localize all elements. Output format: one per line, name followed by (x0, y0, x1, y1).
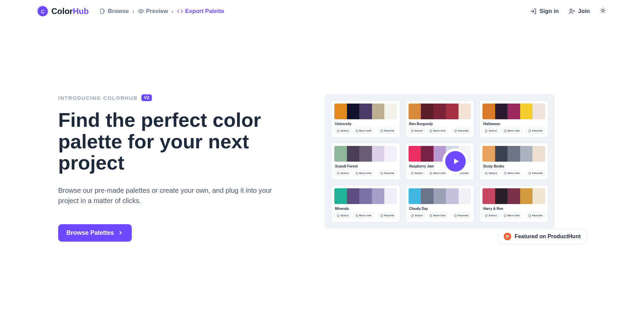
swatch (532, 188, 545, 204)
swatch (372, 188, 385, 204)
producthunt-badge[interactable]: P Featured on ProductHunt (498, 229, 587, 244)
select-button[interactable]: Select (334, 128, 351, 134)
svg-point-23 (529, 130, 531, 132)
palette-card: UniversitySelectMore InfoFavorite (332, 101, 400, 137)
favorite-button[interactable]: Favorite (526, 213, 545, 218)
svg-point-27 (411, 172, 413, 174)
swatch (347, 188, 360, 204)
select-button[interactable]: Select (482, 170, 499, 176)
svg-point-39 (485, 215, 487, 217)
palette-name: Dusty Books (483, 164, 544, 168)
sun-icon (600, 7, 606, 14)
palette-actions: SelectMore InfoFavorite (334, 128, 397, 134)
svg-point-32 (529, 172, 531, 174)
more-info-button[interactable]: More Info (353, 128, 374, 134)
palette-card: Dusty BooksSelectMore InfoFavorite (480, 143, 548, 179)
hero-copy: INTRODUCING COLORHUB V2 Find the perfect… (58, 94, 305, 242)
more-info-button[interactable]: More Info (501, 128, 522, 134)
nav-preview[interactable]: Preview (138, 8, 168, 15)
swatches (482, 104, 545, 119)
favorite-button[interactable]: Favorite (378, 128, 397, 134)
more-info-button[interactable]: More Info (427, 170, 448, 176)
svg-point-40 (504, 215, 506, 217)
swatch (507, 104, 520, 119)
svg-point-37 (430, 215, 432, 217)
signin-link[interactable]: Sign in (530, 8, 559, 15)
svg-point-17 (381, 130, 383, 132)
swatch (334, 188, 347, 204)
more-info-button[interactable]: More Info (501, 213, 522, 218)
chevron-right-icon (117, 230, 124, 236)
swatch (372, 146, 385, 162)
more-info-button[interactable]: More Info (353, 213, 374, 218)
svg-point-34 (356, 215, 358, 217)
logo[interactable]: C ColorHub (38, 6, 89, 16)
svg-marker-42 (454, 159, 459, 164)
select-button[interactable]: Select (334, 170, 351, 176)
palette-name: University (335, 122, 396, 126)
swatches (334, 104, 397, 119)
more-info-button[interactable]: More Info (427, 213, 448, 218)
palette-actions: SelectMore InfoFavorite (482, 213, 545, 218)
palette-name: Minerals (335, 207, 396, 211)
swatch (459, 188, 471, 204)
swatch (334, 146, 347, 162)
swatch (421, 146, 434, 162)
nav-browse[interactable]: Browse (100, 8, 129, 15)
palette-name: Harry & Ron (483, 207, 544, 211)
more-info-button[interactable]: More Info (427, 128, 448, 134)
favorite-button[interactable]: Favorite (378, 213, 397, 218)
preview-panel: UniversitySelectMore InfoFavoriteRon Bur… (325, 94, 586, 228)
favorite-button[interactable]: Favorite (526, 170, 545, 176)
svg-line-14 (605, 9, 605, 9)
palette-card: MineralsSelectMore InfoFavorite (332, 186, 400, 222)
swatch (421, 188, 434, 204)
select-button[interactable]: Select (334, 213, 351, 218)
swatch (347, 146, 360, 162)
svg-point-1 (140, 11, 142, 12)
swatch (434, 188, 446, 204)
palette-actions: SelectMore InfoFavorite (409, 170, 471, 176)
favorite-button[interactable]: Favorite (452, 128, 471, 134)
palette-card: HalloweenSelectMore InfoFavorite (480, 101, 548, 137)
svg-point-36 (411, 215, 413, 217)
svg-point-19 (430, 130, 432, 132)
join-link[interactable]: Join (568, 8, 590, 15)
logo-mark-icon: C (38, 6, 48, 16)
palette-name: Halloween (483, 122, 544, 126)
user-plus-icon (568, 8, 575, 15)
swatch (520, 188, 533, 204)
breadcrumb: Browse › Preview › Export Palette (100, 8, 224, 15)
header: C ColorHub Browse › Preview › Export Pal… (0, 0, 644, 23)
select-button[interactable]: Select (482, 213, 499, 218)
favorite-button[interactable]: Favorite (526, 128, 545, 134)
swatch (532, 146, 545, 162)
more-info-button[interactable]: More Info (501, 170, 522, 176)
code-icon (177, 8, 183, 14)
swatch (482, 146, 495, 162)
svg-point-38 (454, 215, 456, 217)
select-button[interactable]: Select (409, 170, 425, 176)
select-button[interactable]: Select (482, 128, 499, 134)
favorite-button[interactable]: Favorite (452, 213, 471, 218)
select-button[interactable]: Select (409, 213, 425, 218)
browse-palettes-button[interactable]: Browse Palettes (58, 224, 132, 242)
play-button[interactable] (445, 151, 466, 172)
swatch (482, 188, 495, 204)
hero: INTRODUCING COLORHUB V2 Find the perfect… (0, 23, 644, 242)
nav-export[interactable]: Export Palette (177, 8, 224, 15)
palette-actions: SelectMore InfoFavorite (334, 170, 397, 176)
select-button[interactable]: Select (409, 128, 425, 134)
swatch (409, 146, 421, 162)
swatch (495, 188, 508, 204)
chevron-right-icon: › (132, 8, 134, 15)
palette-actions: SelectMore InfoFavorite (409, 128, 471, 134)
producthunt-icon: P (504, 233, 511, 240)
favorite-button[interactable]: Favorite (378, 170, 397, 176)
theme-toggle[interactable] (600, 7, 606, 16)
palette-actions: SelectMore InfoFavorite (482, 170, 545, 176)
swatch (372, 104, 385, 119)
swatch (409, 104, 421, 119)
more-info-button[interactable]: More Info (353, 170, 374, 176)
swatch (421, 104, 434, 119)
